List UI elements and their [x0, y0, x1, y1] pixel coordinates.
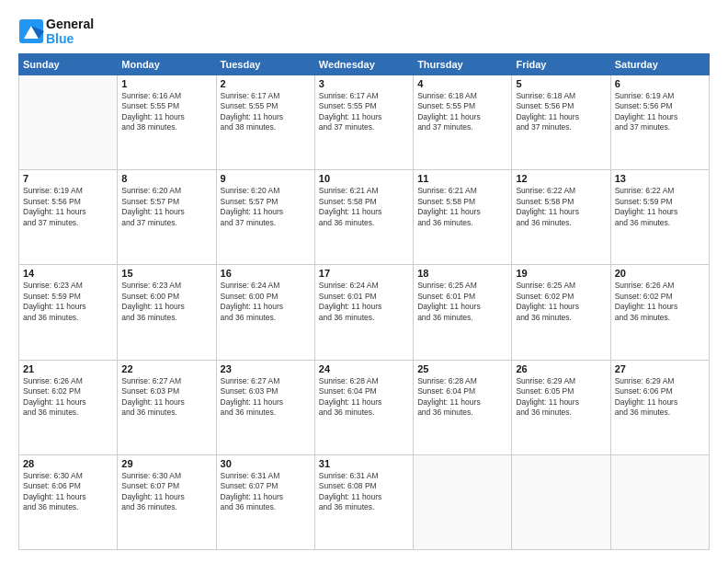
calendar-cell: 17Sunrise: 6:24 AM Sunset: 6:01 PM Dayli…	[314, 265, 413, 360]
day-number: 10	[319, 173, 409, 184]
calendar-cell: 22Sunrise: 6:27 AM Sunset: 6:03 PM Dayli…	[118, 360, 216, 454]
day-number: 26	[516, 363, 606, 374]
weekday-header: Monday	[118, 54, 216, 75]
day-number: 4	[417, 78, 507, 89]
calendar-cell: 5Sunrise: 6:18 AM Sunset: 5:56 PM Daylig…	[512, 75, 610, 170]
day-info: Sunrise: 6:16 AM Sunset: 5:55 PM Dayligh…	[121, 91, 211, 133]
day-number: 24	[319, 363, 409, 374]
calendar-cell	[414, 454, 512, 549]
day-number: 20	[615, 268, 705, 279]
day-number: 31	[319, 458, 409, 469]
day-info: Sunrise: 6:17 AM Sunset: 5:55 PM Dayligh…	[319, 91, 409, 133]
day-number: 3	[319, 78, 409, 89]
day-info: Sunrise: 6:23 AM Sunset: 5:59 PM Dayligh…	[23, 281, 113, 323]
calendar-cell: 20Sunrise: 6:26 AM Sunset: 6:02 PM Dayli…	[610, 265, 709, 360]
day-info: Sunrise: 6:22 AM Sunset: 5:58 PM Dayligh…	[516, 186, 606, 228]
day-info: Sunrise: 6:24 AM Sunset: 6:01 PM Dayligh…	[319, 281, 409, 323]
calendar-cell	[610, 454, 709, 549]
logo-icon	[18, 18, 44, 44]
day-number: 11	[417, 173, 507, 184]
calendar-cell: 1Sunrise: 6:16 AM Sunset: 5:55 PM Daylig…	[118, 75, 216, 170]
day-number: 27	[615, 363, 705, 374]
day-info: Sunrise: 6:18 AM Sunset: 5:55 PM Dayligh…	[417, 91, 507, 133]
day-info: Sunrise: 6:28 AM Sunset: 6:04 PM Dayligh…	[417, 376, 507, 419]
calendar-cell	[512, 454, 610, 549]
day-number: 16	[221, 268, 311, 279]
day-number: 7	[23, 173, 113, 184]
logo: General Blue	[18, 17, 94, 46]
calendar-cell: 4Sunrise: 6:18 AM Sunset: 5:55 PM Daylig…	[414, 75, 512, 170]
day-number: 21	[23, 363, 113, 374]
day-info: Sunrise: 6:18 AM Sunset: 5:56 PM Dayligh…	[516, 91, 606, 133]
day-number: 15	[121, 268, 211, 279]
calendar-cell: 10Sunrise: 6:21 AM Sunset: 5:58 PM Dayli…	[314, 170, 413, 265]
weekday-header: Wednesday	[314, 54, 413, 75]
logo-text: General Blue	[46, 17, 94, 46]
calendar-week-row: 14Sunrise: 6:23 AM Sunset: 5:59 PM Dayli…	[19, 265, 710, 360]
calendar-cell: 29Sunrise: 6:30 AM Sunset: 6:07 PM Dayli…	[118, 454, 216, 549]
day-info: Sunrise: 6:31 AM Sunset: 6:08 PM Dayligh…	[319, 471, 409, 513]
weekday-header: Friday	[512, 54, 610, 75]
day-number: 13	[615, 173, 705, 184]
calendar-cell: 3Sunrise: 6:17 AM Sunset: 5:55 PM Daylig…	[314, 75, 413, 170]
calendar-cell: 14Sunrise: 6:23 AM Sunset: 5:59 PM Dayli…	[19, 265, 118, 360]
calendar-cell: 27Sunrise: 6:29 AM Sunset: 6:06 PM Dayli…	[610, 360, 709, 454]
day-info: Sunrise: 6:21 AM Sunset: 5:58 PM Dayligh…	[319, 186, 409, 228]
calendar-cell: 26Sunrise: 6:29 AM Sunset: 6:05 PM Dayli…	[512, 360, 610, 454]
day-info: Sunrise: 6:30 AM Sunset: 6:07 PM Dayligh…	[121, 471, 211, 513]
day-info: Sunrise: 6:27 AM Sunset: 6:03 PM Dayligh…	[121, 376, 211, 419]
calendar-cell: 23Sunrise: 6:27 AM Sunset: 6:03 PM Dayli…	[216, 360, 314, 454]
day-number: 17	[319, 268, 409, 279]
calendar-week-row: 7Sunrise: 6:19 AM Sunset: 5:56 PM Daylig…	[19, 170, 710, 265]
weekday-header: Tuesday	[216, 54, 314, 75]
day-number: 29	[121, 458, 211, 469]
day-number: 12	[516, 173, 606, 184]
day-number: 25	[417, 363, 507, 374]
calendar-week-row: 21Sunrise: 6:26 AM Sunset: 6:02 PM Dayli…	[19, 360, 710, 454]
calendar-table: SundayMondayTuesdayWednesdayThursdayFrid…	[18, 53, 710, 550]
calendar-cell: 31Sunrise: 6:31 AM Sunset: 6:08 PM Dayli…	[314, 454, 413, 549]
day-info: Sunrise: 6:21 AM Sunset: 5:58 PM Dayligh…	[417, 186, 507, 228]
calendar-cell: 2Sunrise: 6:17 AM Sunset: 5:55 PM Daylig…	[216, 75, 314, 170]
calendar-cell: 6Sunrise: 6:19 AM Sunset: 5:56 PM Daylig…	[610, 75, 709, 170]
day-number: 23	[221, 363, 311, 374]
calendar-cell	[19, 75, 118, 170]
calendar-cell: 7Sunrise: 6:19 AM Sunset: 5:56 PM Daylig…	[19, 170, 118, 265]
page: General Blue SundayMondayTuesdayWednesda…	[0, 0, 728, 563]
calendar-cell: 11Sunrise: 6:21 AM Sunset: 5:58 PM Dayli…	[414, 170, 512, 265]
day-info: Sunrise: 6:19 AM Sunset: 5:56 PM Dayligh…	[23, 186, 113, 228]
day-info: Sunrise: 6:31 AM Sunset: 6:07 PM Dayligh…	[221, 471, 311, 513]
day-info: Sunrise: 6:27 AM Sunset: 6:03 PM Dayligh…	[221, 376, 311, 419]
calendar-cell: 19Sunrise: 6:25 AM Sunset: 6:02 PM Dayli…	[512, 265, 610, 360]
calendar-cell: 24Sunrise: 6:28 AM Sunset: 6:04 PM Dayli…	[314, 360, 413, 454]
weekday-header: Thursday	[414, 54, 512, 75]
day-info: Sunrise: 6:30 AM Sunset: 6:06 PM Dayligh…	[23, 471, 113, 513]
calendar-cell: 30Sunrise: 6:31 AM Sunset: 6:07 PM Dayli…	[216, 454, 314, 549]
day-info: Sunrise: 6:23 AM Sunset: 6:00 PM Dayligh…	[121, 281, 211, 323]
calendar-cell: 12Sunrise: 6:22 AM Sunset: 5:58 PM Dayli…	[512, 170, 610, 265]
calendar-cell: 15Sunrise: 6:23 AM Sunset: 6:00 PM Dayli…	[118, 265, 216, 360]
day-info: Sunrise: 6:25 AM Sunset: 6:01 PM Dayligh…	[417, 281, 507, 323]
day-number: 30	[221, 458, 311, 469]
day-number: 18	[417, 268, 507, 279]
day-info: Sunrise: 6:19 AM Sunset: 5:56 PM Dayligh…	[615, 91, 705, 133]
day-info: Sunrise: 6:28 AM Sunset: 6:04 PM Dayligh…	[319, 376, 409, 419]
calendar-cell: 9Sunrise: 6:20 AM Sunset: 5:57 PM Daylig…	[216, 170, 314, 265]
day-info: Sunrise: 6:24 AM Sunset: 6:00 PM Dayligh…	[221, 281, 311, 323]
day-number: 8	[121, 173, 211, 184]
day-number: 1	[121, 78, 211, 89]
weekday-header: Sunday	[19, 54, 118, 75]
calendar-cell: 13Sunrise: 6:22 AM Sunset: 5:59 PM Dayli…	[610, 170, 709, 265]
calendar-week-row: 1Sunrise: 6:16 AM Sunset: 5:55 PM Daylig…	[19, 75, 710, 170]
day-info: Sunrise: 6:26 AM Sunset: 6:02 PM Dayligh…	[23, 376, 113, 419]
day-info: Sunrise: 6:25 AM Sunset: 6:02 PM Dayligh…	[516, 281, 606, 323]
day-number: 6	[615, 78, 705, 89]
calendar-cell: 8Sunrise: 6:20 AM Sunset: 5:57 PM Daylig…	[118, 170, 216, 265]
calendar-week-row: 28Sunrise: 6:30 AM Sunset: 6:06 PM Dayli…	[19, 454, 710, 549]
weekday-header: Saturday	[610, 54, 709, 75]
day-number: 19	[516, 268, 606, 279]
day-number: 28	[23, 458, 113, 469]
day-info: Sunrise: 6:29 AM Sunset: 6:05 PM Dayligh…	[516, 376, 606, 419]
day-number: 22	[121, 363, 211, 374]
day-number: 9	[221, 173, 311, 184]
